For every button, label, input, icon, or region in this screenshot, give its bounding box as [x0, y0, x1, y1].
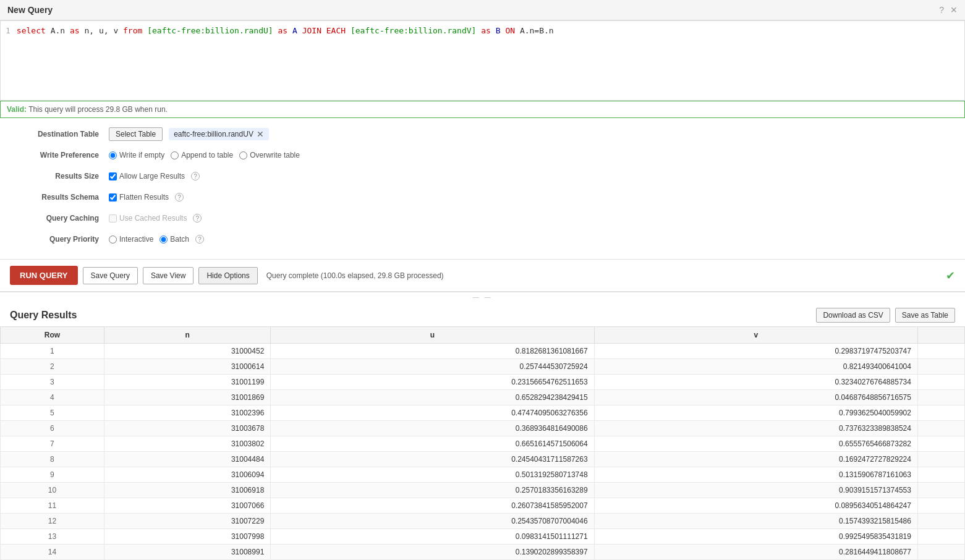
cell-extra — [917, 375, 964, 390]
cell-u: 0.3689364816490086 — [271, 421, 594, 436]
use-cached-results-label: Use Cached Results — [119, 214, 187, 223]
overwrite-table-option[interactable]: Overwrite table — [239, 151, 300, 159]
buttons-row: RUN QUERY Save Query Save View Hide Opti… — [0, 260, 965, 292]
save-view-button[interactable]: Save View — [143, 267, 193, 284]
batch-option[interactable]: Batch — [159, 235, 189, 244]
cell-row: 13 — [1, 529, 104, 545]
cell-row: 14 — [1, 545, 104, 560]
run-query-button[interactable]: RUN QUERY — [10, 266, 78, 285]
allow-large-results-checkbox[interactable] — [109, 172, 117, 180]
append-to-table-option[interactable]: Append to table — [171, 151, 233, 159]
interactive-radio[interactable] — [109, 235, 117, 244]
append-to-table-radio[interactable] — [171, 151, 179, 159]
cell-row: 4 — [1, 390, 104, 405]
col-v: v — [594, 327, 917, 344]
append-to-table-label: Append to table — [181, 151, 233, 159]
select-table-button[interactable]: Select Table — [109, 127, 163, 141]
table-row: 5 31002396 0.47474095063276356 0.7993625… — [1, 405, 965, 421]
download-csv-button[interactable]: Download as CSV — [816, 308, 890, 323]
write-if-empty-option[interactable]: Write if empty — [109, 151, 164, 159]
cell-v: 0.9039151571374553 — [594, 483, 917, 498]
use-cached-results-option[interactable]: Use Cached Results — [109, 214, 187, 223]
cell-n: 31003678 — [104, 421, 270, 436]
use-cached-results-help-icon[interactable]: ? — [193, 214, 202, 223]
drag-handle[interactable]: — — — [0, 292, 965, 302]
flatten-results-label: Flatten Results — [119, 193, 169, 202]
title-bar: New Query ? ✕ — [0, 0, 965, 20]
flatten-results-checkbox[interactable] — [109, 193, 117, 202]
cell-row: 10 — [1, 483, 104, 498]
table-row: 14 31008991 0.1390202899358397 0.2816449… — [1, 545, 965, 560]
cell-v: 0.32340276764885734 — [594, 375, 917, 390]
cell-u: 0.26073841585952007 — [271, 498, 594, 514]
cell-v: 0.1315906787161063 — [594, 467, 917, 483]
overwrite-table-radio[interactable] — [239, 151, 247, 159]
cell-v: 0.821493400641004 — [594, 359, 917, 375]
cell-u: 0.23156654762511653 — [271, 375, 594, 390]
table-row: 1 31000452 0.8182681361081667 0.29837197… — [1, 344, 965, 359]
close-icon[interactable]: ✕ — [950, 5, 958, 15]
cell-n: 31001869 — [104, 390, 270, 405]
cell-u: 0.5013192580713748 — [271, 467, 594, 483]
query-caching-row: Query Caching Use Cached Results ? — [10, 210, 955, 227]
table-row: 2 31000614 0.257444530725924 0.821493400… — [1, 359, 965, 375]
options-panel: Destination Table Select Table eaftc-fre… — [0, 118, 965, 260]
help-icon[interactable]: ? — [939, 5, 944, 15]
save-as-table-button[interactable]: Save as Table — [895, 308, 955, 323]
flatten-results-help-icon[interactable]: ? — [175, 193, 184, 202]
write-if-empty-radio[interactable] — [109, 151, 117, 159]
cell-u: 0.0983141501111271 — [271, 529, 594, 545]
table-row: 9 31006094 0.5013192580713748 0.13159067… — [1, 467, 965, 483]
query-caching-label: Query Caching — [10, 214, 109, 223]
cell-u: 0.6651614571506064 — [271, 436, 594, 452]
cell-row: 6 — [1, 421, 104, 436]
selected-table-tag: eaftc-free:billion.randUV ✕ — [169, 128, 269, 140]
cell-extra — [917, 436, 964, 452]
selected-table-name: eaftc-free:billion.randUV — [174, 130, 253, 138]
cell-extra — [917, 467, 964, 483]
flatten-results-option[interactable]: Flatten Results — [109, 193, 169, 202]
table-row: 4 31001869 0.6528294238429415 0.04687648… — [1, 390, 965, 405]
cell-v: 0.04687648856716575 — [594, 390, 917, 405]
allow-large-results-help-icon[interactable]: ? — [191, 172, 200, 180]
destination-table-label: Destination Table — [10, 130, 109, 138]
cell-n: 31007998 — [104, 529, 270, 545]
cell-row: 3 — [1, 375, 104, 390]
remove-table-icon[interactable]: ✕ — [257, 129, 264, 139]
cell-u: 0.1390202899358397 — [271, 545, 594, 560]
hide-options-button[interactable]: Hide Options — [198, 267, 257, 284]
results-header: Query Results Download as CSV Save as Ta… — [0, 302, 965, 326]
cell-n: 31006094 — [104, 467, 270, 483]
batch-radio[interactable] — [159, 235, 168, 244]
cell-row: 7 — [1, 436, 104, 452]
save-query-button[interactable]: Save Query — [83, 267, 138, 284]
use-cached-results-checkbox[interactable] — [109, 214, 117, 223]
cell-extra — [917, 390, 964, 405]
table-row: 10 31006918 0.2570183356163289 0.9039151… — [1, 483, 965, 498]
table-row: 6 31003678 0.3689364816490086 0.73763233… — [1, 421, 965, 436]
destination-table-row: Destination Table Select Table eaftc-fre… — [10, 125, 955, 143]
validation-message: This query will process 29.8 GB when run… — [28, 105, 168, 114]
interactive-option[interactable]: Interactive — [109, 235, 153, 244]
write-preference-row: Write Preference Write if empty Append t… — [10, 146, 955, 164]
query-priority-help-icon[interactable]: ? — [195, 235, 204, 244]
table-row: 3 31001199 0.23156654762511653 0.3234027… — [1, 375, 965, 390]
query-status-text: Query complete (100.0s elapsed, 29.8 GB … — [266, 271, 444, 280]
cell-extra — [917, 359, 964, 375]
results-schema-row: Results Schema Flatten Results ? — [10, 189, 955, 206]
table-row: 11 31007066 0.26073841585952007 0.089563… — [1, 498, 965, 514]
query-editor[interactable]: 1select A.n as n, u, v from [eaftc-free:… — [0, 20, 965, 101]
cell-v: 0.7376323389838524 — [594, 421, 917, 436]
cell-u: 0.257444530725924 — [271, 359, 594, 375]
interactive-label: Interactive — [119, 235, 153, 244]
allow-large-results-option[interactable]: Allow Large Results — [109, 172, 185, 180]
cell-n: 31003802 — [104, 436, 270, 452]
cell-extra — [917, 452, 964, 467]
validation-bar: Valid: This query will process 29.8 GB w… — [0, 101, 965, 118]
status-check-icon: ✔ — [946, 269, 955, 282]
cell-v: 0.1692472727829224 — [594, 452, 917, 467]
results-size-label: Results Size — [10, 172, 109, 180]
table-row: 7 31003802 0.6651614571506064 0.65557654… — [1, 436, 965, 452]
results-size-row: Results Size Allow Large Results ? — [10, 168, 955, 185]
col-row: Row — [1, 327, 104, 344]
